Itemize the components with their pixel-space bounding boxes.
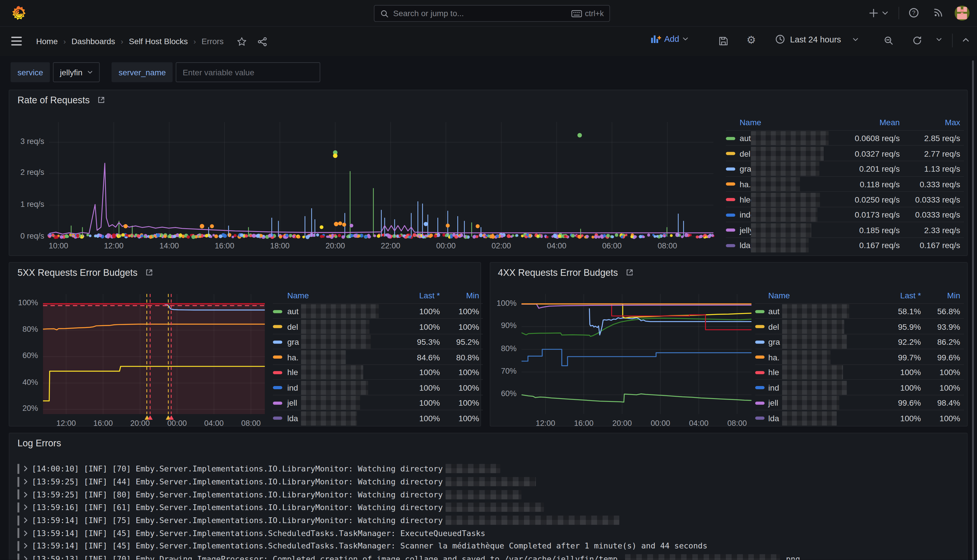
legend-row[interactable]: jell99.6%98.4%: [755, 395, 964, 410]
variable-service-select[interactable]: jellyfin: [53, 62, 100, 82]
page-scrollbar[interactable]: [972, 60, 974, 560]
legend-row[interactable]: ha.84.6%80.8%: [273, 349, 483, 365]
redacted-text: [751, 223, 811, 237]
legend-header-col1[interactable]: Mean: [831, 118, 900, 127]
x-axis-label: 16:00: [206, 242, 243, 250]
breadcrumb-folder[interactable]: Self Host Blocks: [129, 37, 188, 46]
y-axis-label: 90%: [482, 322, 516, 330]
expand-chevron-icon[interactable]: [23, 542, 28, 549]
legend-header-name[interactable]: Name: [287, 290, 309, 300]
series-color-pill: [273, 310, 282, 313]
expand-chevron-icon[interactable]: [23, 530, 28, 537]
legend-row[interactable]: auth0.0608 req/s2.85 req/s: [726, 130, 964, 146]
user-avatar[interactable]: [954, 5, 969, 20]
zoom-out-icon[interactable]: [883, 35, 893, 46]
breadcrumb-home[interactable]: Home: [36, 37, 58, 46]
legend-value-1: 0.167 req/s: [831, 241, 900, 250]
legend-row[interactable]: gra95.3%95.2%: [273, 333, 483, 349]
favorite-star-icon[interactable]: [237, 37, 247, 47]
legend-row[interactable]: del95.9%93.9%: [755, 318, 964, 334]
external-link-icon[interactable]: [625, 268, 633, 276]
legend-row[interactable]: gra0.201 req/s1.13 req/s: [726, 161, 964, 177]
x-axis-label: 02:00: [483, 242, 520, 250]
save-dashboard-button[interactable]: [718, 36, 728, 46]
expand-chevron-icon[interactable]: [23, 478, 28, 485]
legend-row[interactable]: ha.t0.118 req/s0.333 req/s: [726, 176, 964, 192]
breadcrumb-dashboards[interactable]: Dashboards: [72, 37, 115, 46]
legend-row[interactable]: ha.99.7%99.6%: [755, 349, 964, 365]
legend-row[interactable]: lda100%100%: [273, 410, 483, 426]
legend-row[interactable]: aut58.1%56.8%: [755, 303, 964, 319]
log-row[interactable]: [13:59:25] [INF] [44] Emby.Server.Implem…: [17, 475, 536, 488]
expand-chevron-icon[interactable]: [23, 491, 28, 498]
search-input[interactable]: Search or jump to... ctrl+k: [374, 5, 610, 22]
panel-title[interactable]: 4XX Requests Error Budgets: [498, 267, 633, 278]
legend-row[interactable]: gra92.2%86.2%: [755, 333, 964, 349]
legend-row[interactable]: delu0.0327 req/s2.77 req/s: [726, 145, 964, 161]
news-rss-icon[interactable]: [934, 8, 944, 18]
chart-canvas[interactable]: [521, 294, 751, 414]
legend-header-col2[interactable]: Min: [417, 290, 479, 300]
new-button[interactable]: [869, 8, 879, 18]
dashboard-settings-icon[interactable]: ⚙: [747, 35, 756, 46]
legend-row[interactable]: jelly0.185 req/s2.33 req/s: [726, 222, 964, 238]
legend-row[interactable]: hle100%100%: [273, 364, 483, 380]
legend-row[interactable]: jell100%100%: [273, 395, 483, 410]
legend-row[interactable]: ind100%100%: [273, 379, 483, 395]
expand-chevron-icon[interactable]: [23, 517, 28, 523]
legend-row[interactable]: ind100%100%: [755, 379, 964, 395]
new-chevron-icon[interactable]: [882, 11, 888, 16]
legend-header-name[interactable]: Name: [768, 290, 790, 300]
legend-value-1: 0.0327 req/s: [831, 149, 900, 158]
log-row[interactable]: [14:00:10] [INF] [70] Emby.Server.Implem…: [17, 462, 500, 475]
external-link-icon[interactable]: [97, 95, 105, 103]
x-axis-label: 12:00: [527, 418, 564, 427]
legend-row[interactable]: lda100%100%: [755, 410, 964, 426]
refresh-icon[interactable]: [912, 35, 922, 46]
external-link-icon[interactable]: [145, 268, 153, 276]
time-range-picker[interactable]: Last 24 hours: [775, 34, 858, 45]
grafana-logo[interactable]: [11, 5, 27, 22]
legend-header-col2[interactable]: Min: [898, 290, 960, 300]
log-row[interactable]: [13:59:14] [INF] [45] Emby.Server.Implem…: [17, 527, 485, 540]
annotation-marker-icon[interactable]: [169, 415, 174, 419]
legend-value-2: 99.6%: [898, 353, 960, 362]
log-row[interactable]: [13:59:14] [INF] [75] Emby.Server.Implem…: [17, 514, 619, 527]
help-icon[interactable]: ?: [909, 8, 919, 18]
panel-title[interactable]: 5XX Requests Error Budgets: [17, 267, 153, 278]
expand-chevron-icon[interactable]: [23, 555, 28, 560]
annotation-marker-icon[interactable]: [147, 415, 152, 419]
legend-row[interactable]: hled0.0250 req/s0.0333 req/s: [726, 191, 964, 207]
expand-chevron-icon[interactable]: [23, 504, 28, 511]
legend-header-name[interactable]: Name: [740, 118, 762, 127]
log-row[interactable]: [13:59:16] [INF] [61] Emby.Server.Implem…: [17, 501, 544, 513]
legend-row[interactable]: inde0.0173 req/s0.0333 req/s: [726, 207, 964, 222]
menu-toggle-icon[interactable]: [11, 37, 22, 45]
chart-canvas[interactable]: [49, 122, 713, 236]
expand-chevron-icon[interactable]: [23, 465, 28, 472]
x-axis-label: 00:00: [158, 418, 195, 427]
x-axis-label: 10:00: [40, 242, 77, 250]
log-row[interactable]: [13:59:14] [INF] [45] Emby.Server.Implem…: [17, 540, 707, 552]
variable-servername-input[interactable]: [176, 62, 321, 82]
legend-value-2: 100%: [898, 383, 960, 392]
refresh-interval-chevron-icon[interactable]: [936, 37, 942, 42]
log-row[interactable]: [13:59:13] [INF] [70] Emby.Drawing.Image…: [17, 552, 800, 560]
x-axis-label: 16:00: [84, 418, 122, 427]
redacted-text: [301, 365, 363, 380]
log-row[interactable]: [13:59:25] [INF] [80] Emby.Server.Implem…: [17, 488, 521, 501]
add-button[interactable]: Add: [650, 34, 688, 43]
share-icon[interactable]: [257, 37, 267, 47]
chart-canvas[interactable]: [43, 294, 265, 414]
legend-row[interactable]: hle100%100%: [755, 364, 964, 380]
legend-row[interactable]: aut100%100%: [273, 303, 483, 319]
legend-header-col2[interactable]: Max: [898, 118, 960, 127]
kiosk-mode-icon[interactable]: [962, 37, 969, 42]
legend-row[interactable]: del100%100%: [273, 318, 483, 334]
toolbar-divider: [952, 34, 953, 47]
panel-title[interactable]: Rate of Requests: [17, 94, 105, 105]
series-color-pill: [755, 325, 765, 328]
legend-row[interactable]: ldap0.167 req/s0.167 req/s: [726, 237, 964, 253]
series-color-pill: [755, 386, 765, 389]
redacted-text: [301, 350, 346, 364]
